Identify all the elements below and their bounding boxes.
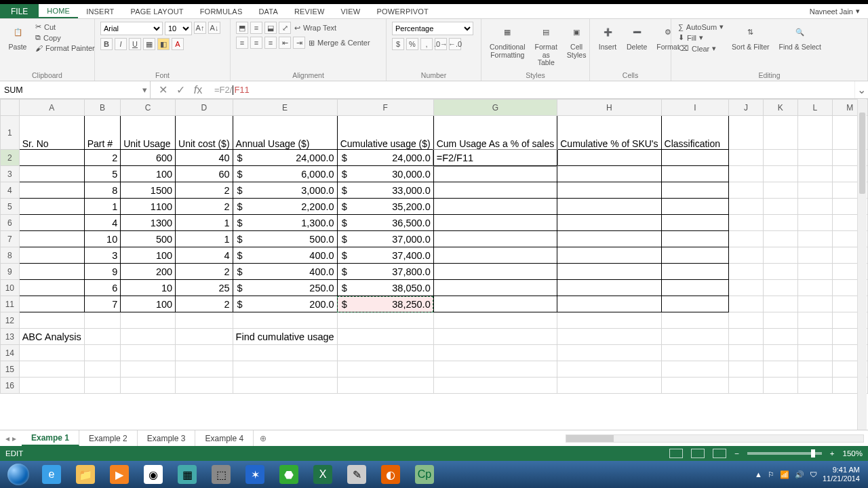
taskbar-app5[interactable]: ✎ [340, 463, 373, 486]
cell-I3[interactable] [661, 166, 729, 182]
cell-D6[interactable]: 1 [176, 215, 233, 231]
cell-K15[interactable] [763, 361, 797, 378]
cell-J11[interactable] [729, 296, 763, 312]
taskbar-app1[interactable]: ▦ [171, 463, 203, 486]
cell-K8[interactable] [763, 247, 797, 264]
cell-styles-button[interactable]: ▣Cell Styles [564, 22, 589, 60]
cell-L4[interactable] [797, 182, 832, 199]
tab-page-layout[interactable]: PAGE LAYOUT [123, 4, 192, 18]
cell-K3[interactable] [763, 166, 797, 182]
cell-H14[interactable] [557, 345, 661, 361]
cell-D2[interactable]: 40 [176, 150, 233, 166]
increase-decimal-button[interactable]: .0→ [435, 38, 447, 50]
cell-C7[interactable]: 500 [121, 231, 176, 247]
cell-G16[interactable] [433, 378, 557, 394]
cell-K9[interactable] [763, 264, 797, 280]
cell-I1[interactable]: Classification [661, 116, 729, 150]
cell-E5[interactable]: $2,200.0 [233, 199, 337, 215]
cell-J3[interactable] [729, 166, 763, 182]
col-header-C[interactable]: C [121, 100, 176, 116]
font-size-select[interactable]: 10 [165, 22, 192, 35]
zoom-level[interactable]: 150% [843, 449, 863, 458]
cell-G6[interactable] [433, 215, 557, 231]
cell-D8[interactable]: 4 [176, 247, 233, 264]
cell-A9[interactable] [19, 264, 84, 280]
cell-F11[interactable]: $38,250.0 [337, 296, 433, 312]
border-button[interactable]: ▦ [143, 38, 155, 50]
cell-B6[interactable]: 4 [84, 215, 121, 231]
row-header-16[interactable]: 16 [1, 378, 20, 394]
cell-G1[interactable]: Cum Usage As a % of sales [433, 116, 557, 150]
cell-B2[interactable]: 2 [84, 150, 121, 166]
row-header-5[interactable]: 5 [1, 199, 20, 215]
cell-I14[interactable] [661, 345, 729, 361]
cell-L15[interactable] [797, 361, 832, 378]
sheet-tab-2[interactable]: Example 3 [138, 430, 196, 446]
cell-F14[interactable] [337, 345, 433, 361]
increase-indent-button[interactable]: ⇥ [293, 37, 305, 49]
cell-L11[interactable] [797, 296, 832, 312]
cell-H11[interactable] [557, 296, 661, 312]
sheet-nav-prev[interactable]: ◂ [5, 434, 9, 443]
cell-F16[interactable] [337, 378, 433, 394]
cell-E6[interactable]: $1,300.0 [233, 215, 337, 231]
cell-I7[interactable] [661, 231, 729, 247]
cell-J9[interactable] [729, 264, 763, 280]
cell-J7[interactable] [729, 231, 763, 247]
cell-K13[interactable] [763, 329, 797, 345]
cell-L12[interactable] [797, 312, 832, 329]
format-as-table-button[interactable]: ▤Format as Table [532, 22, 560, 68]
cell-E3[interactable]: $6,000.0 [233, 166, 337, 182]
cell-E4[interactable]: $3,000.0 [233, 182, 337, 199]
cell-A5[interactable] [19, 199, 84, 215]
cell-A1[interactable]: Sr. No [19, 116, 84, 150]
cell-L8[interactable] [797, 247, 832, 264]
cell-C9[interactable]: 200 [121, 264, 176, 280]
cell-G10[interactable] [433, 280, 557, 296]
view-normal-button[interactable] [669, 449, 683, 458]
cell-J15[interactable] [729, 361, 763, 378]
view-page-break-button[interactable] [713, 449, 726, 458]
cell-C5[interactable]: 1100 [121, 199, 176, 215]
cell-B1[interactable]: Part # [84, 116, 121, 150]
cell-C6[interactable]: 1300 [121, 215, 176, 231]
cell-E9[interactable]: $400.0 [233, 264, 337, 280]
cell-A15[interactable] [19, 361, 84, 378]
cell-E16[interactable] [233, 378, 337, 394]
cell-H15[interactable] [557, 361, 661, 378]
cell-L16[interactable] [797, 378, 832, 394]
cell-J10[interactable] [729, 280, 763, 296]
taskbar-app2[interactable]: ⬚ [205, 463, 237, 486]
cell-K4[interactable] [763, 182, 797, 199]
col-header-K[interactable]: K [763, 100, 797, 116]
col-header-L[interactable]: L [797, 100, 832, 116]
cell-A7[interactable] [19, 231, 84, 247]
cell-B12[interactable] [84, 312, 121, 329]
conditional-formatting-button[interactable]: ▦Conditional Formatting [487, 22, 528, 60]
format-painter-button[interactable]: 🖌Format Painter [34, 43, 96, 53]
col-header-D[interactable]: D [176, 100, 233, 116]
cell-B3[interactable]: 5 [84, 166, 121, 182]
taskbar-media[interactable]: ▶ [103, 463, 136, 486]
cell-G8[interactable] [433, 247, 557, 264]
cell-K16[interactable] [763, 378, 797, 394]
cell-J13[interactable] [729, 329, 763, 345]
cell-C11[interactable]: 100 [121, 296, 176, 312]
cell-C13[interactable] [121, 329, 176, 345]
cell-J5[interactable] [729, 199, 763, 215]
cell-K7[interactable] [763, 231, 797, 247]
sheet-tab-0[interactable]: Exampe 1 [22, 430, 79, 446]
formula-input[interactable]: =F2/F11 [210, 81, 854, 98]
cell-B13[interactable] [84, 329, 121, 345]
cell-E11[interactable]: $200.0 [233, 296, 337, 312]
tray-flag-icon[interactable]: ⚐ [768, 470, 774, 479]
cell-I11[interactable] [661, 296, 729, 312]
cell-G13[interactable] [433, 329, 557, 345]
orientation-button[interactable]: ⤢ [279, 22, 291, 34]
horizontal-scrollbar[interactable] [273, 430, 868, 446]
comma-button[interactable]: , [420, 38, 433, 50]
cell-E7[interactable]: $500.0 [233, 231, 337, 247]
taskbar-app4[interactable]: ⬣ [273, 463, 305, 486]
tab-powerpivot[interactable]: POWERPIVOT [368, 4, 437, 18]
tab-home[interactable]: HOME [39, 4, 78, 18]
